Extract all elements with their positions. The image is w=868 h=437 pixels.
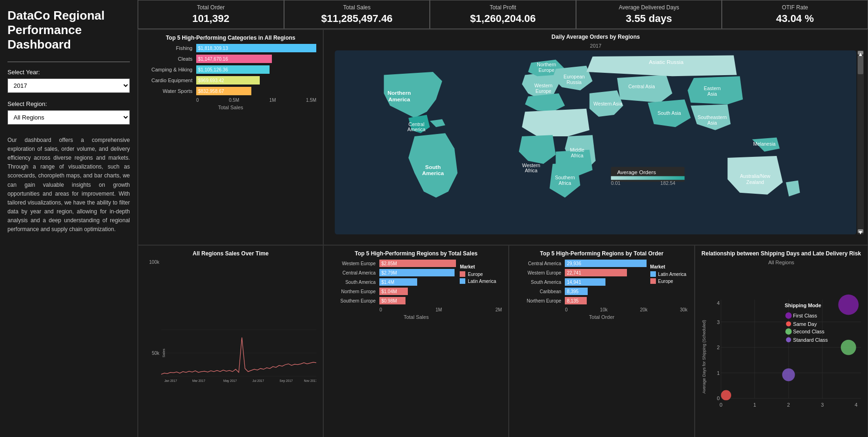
svg-text:Jul 2017: Jul 2017 [252, 379, 264, 382]
bar-container: $1,147,670.16 [196, 55, 316, 63]
svg-text:Northern: Northern [537, 62, 556, 67]
regions-orders-legend: Market Latin America Europe [650, 260, 688, 306]
hbar-container: 8,135 [565, 297, 646, 304]
regions-sales-legend: Market Europe Latin America [460, 260, 502, 306]
svg-text:Second Class: Second Class [793, 329, 825, 334]
region-sales-bar-row: South America $1.4M [330, 278, 456, 286]
hbar-label: South America [330, 280, 379, 285]
hbar-container: $2.85M [379, 260, 456, 267]
hbar-label: Western Europe [516, 270, 565, 275]
scatter-first-class [838, 295, 859, 315]
svg-text:Jan 2017: Jan 2017 [164, 379, 178, 382]
svg-text:Western: Western [534, 83, 553, 88]
map-scroll-down[interactable]: ▼ [858, 229, 863, 233]
legend-europe-color [460, 271, 465, 277]
region-orders-bar-row: Northern Europe 8,135 [516, 297, 646, 304]
svg-text:Africa: Africa [525, 168, 538, 173]
region-orders-bar-row: Western Europe 22,741 [516, 269, 646, 276]
bar-fill: $1,147,670.16 [196, 55, 272, 63]
top5-regions-sales-title: Top 5 High-Performing Regions by Total S… [330, 250, 502, 257]
svg-text:Russia: Russia [567, 79, 582, 85]
hbar-fill: $1.04M [379, 288, 408, 295]
category-bar-row: Cardio Equipment $969,693.42 [145, 76, 316, 85]
svg-text:Eastern: Eastern [704, 85, 721, 91]
scatter-plot-area: 0 1 2 3 4 0 1 2 3 4 [708, 267, 861, 437]
scorecard-total-order-value: 101,392 [144, 13, 278, 25]
cat-x-label: Total Sales [145, 105, 316, 110]
scatter-title: Relationship between Shipping Days and L… [702, 250, 861, 257]
legend-latin-label: Latin America [468, 279, 496, 284]
svg-text:Central Asia: Central Asia [628, 84, 655, 89]
svg-text:0.01: 0.01 [611, 180, 621, 186]
hbar-fill: $2.79M [379, 269, 455, 276]
scatter-subtitle: All Regions [702, 260, 861, 265]
svg-text:Africa: Africa [559, 180, 571, 186]
category-bar-row: Water Sports $832,958.67 [145, 87, 316, 95]
svg-text:Average Orders: Average Orders [617, 169, 656, 176]
region-select[interactable]: All Regions Central America Western Euro… [7, 110, 130, 125]
svg-text:Sales: Sales [162, 349, 166, 358]
bar-container: $1,105,126.36 [196, 65, 316, 74]
hbar-container: $0.98M [379, 297, 456, 304]
cat-x-axis: 0 0.5M 1M 1.5M [196, 98, 316, 103]
map-scroll-up[interactable]: ▲ [858, 51, 863, 55]
world-map-svg: Northern America Central America South A… [327, 50, 864, 234]
scorecard-total-order-title: Total Order [144, 4, 278, 11]
legend-europe-label: Europe [468, 272, 483, 277]
map-subtitle: 2017 [327, 43, 864, 49]
svg-text:1: 1 [717, 370, 719, 376]
hbar-container: $1.04M [379, 288, 456, 295]
map-scrollbar[interactable]: ▲ ▼ [857, 50, 864, 234]
bar-label: Water Sports [145, 88, 196, 94]
svg-text:Southeastern: Southeastern [697, 114, 727, 120]
svg-text:Europe: Europe [535, 88, 551, 94]
svg-text:Southern: Southern [555, 175, 575, 180]
svg-text:2: 2 [787, 402, 790, 408]
region-label: Select Region: [7, 100, 130, 107]
scorecards-row: Total Order 101,392 Total Sales $11,285,… [138, 0, 868, 29]
svg-point-73 [786, 337, 791, 342]
svg-text:Same Day: Same Day [793, 321, 817, 327]
hbar-label: Central America [516, 261, 565, 266]
svg-text:May 2017: May 2017 [223, 379, 237, 383]
scatter-svg: 0 1 2 3 4 0 1 2 3 4 [708, 267, 861, 437]
svg-text:Western Asia: Western Asia [594, 101, 623, 106]
scatter-standard-class [782, 368, 795, 381]
scorecard-total-profit-value: $1,260,204.06 [436, 13, 570, 25]
main-content: Total Order 101,392 Total Sales $11,285,… [138, 0, 868, 437]
hbar-fill: 22,741 [565, 269, 626, 276]
line-chart-container: Sales Jan 2017 Mar 2017 May 2017 Jul 201… [161, 260, 316, 437]
svg-text:Asiatic Russia: Asiatic Russia [649, 59, 684, 65]
bar-container: $969,693.42 [196, 76, 316, 85]
scatter-second-class [840, 340, 856, 355]
scorecard-avg-days-value: 3.55 days [582, 13, 716, 25]
svg-text:Melanesia: Melanesia [753, 141, 776, 147]
sidebar-description: Our dashboard offers a comprehensive exp… [7, 136, 130, 234]
dashboard-title: DataCo Regional Performance Dashboard [7, 8, 130, 52]
svg-text:European: European [563, 74, 585, 79]
svg-text:Asia: Asia [707, 120, 717, 126]
map-chart: Daily Average Orders by Regions 2017 [323, 29, 868, 245]
svg-text:Nov 2017: Nov 2017 [304, 379, 317, 382]
svg-text:Australia/New: Australia/New [740, 173, 770, 179]
reg-sales-x-label: Total Sales [330, 314, 502, 320]
top5-categories-title: Top 5 High-Performing Categories in All … [145, 35, 316, 41]
svg-text:South Asia: South Asia [658, 110, 681, 116]
svg-text:South: South [425, 164, 441, 170]
hbar-fill: $0.98M [379, 297, 406, 304]
sales-over-time-title: All Regions Sales Over Time [145, 250, 316, 257]
svg-text:Northern: Northern [388, 90, 411, 96]
hbar-container: 29,936 [565, 260, 646, 267]
map-scroll-thumb[interactable] [858, 56, 863, 74]
hbar-label: Northern Europe [330, 289, 379, 294]
hbar-fill: $2.85M [379, 260, 456, 267]
sales-over-time-chart: All Regions Sales Over Time 100k 50k 0 [138, 245, 323, 437]
svg-text:4: 4 [854, 402, 857, 408]
hbar-container: 14,941 [565, 278, 646, 286]
scorecard-avg-days: Average Delivered Days 3.55 days [576, 0, 722, 29]
year-select[interactable]: 2017 2015 2016 2018 [7, 78, 130, 93]
region-sales-bar-row: Southern Europe $0.98M [330, 297, 456, 304]
svg-text:0: 0 [717, 395, 719, 401]
bar-label: Cardio Equipment [145, 78, 196, 83]
region-sales-bar-row: Northern Europe $1.04M [330, 288, 456, 295]
